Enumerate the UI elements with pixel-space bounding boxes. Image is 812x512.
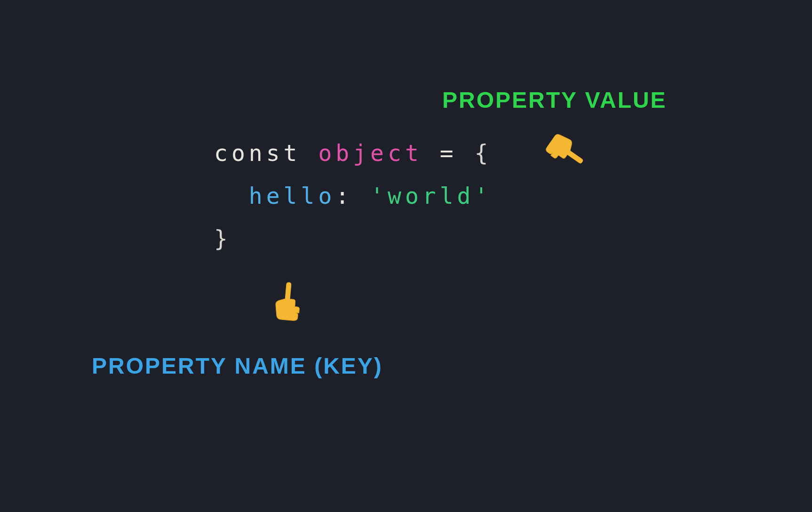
property-name-label: property name (key) xyxy=(92,353,383,379)
code-snippet: const object = { hello: 'world' } xyxy=(214,132,492,261)
property-string: 'world' xyxy=(370,183,492,209)
identifier-object: object xyxy=(318,140,422,166)
pointing-hand-up-icon xyxy=(266,279,308,332)
open-brace: { xyxy=(474,140,492,166)
property-key: hello xyxy=(249,183,336,209)
code-line-2: hello: 'world' xyxy=(214,175,492,217)
equals-sign: = xyxy=(422,140,475,166)
code-line-1: const object = { xyxy=(214,132,492,175)
indent xyxy=(214,183,249,209)
close-brace: } xyxy=(214,225,231,252)
colon: : xyxy=(335,183,370,209)
keyword-const: const xyxy=(214,140,318,166)
property-value-label: property value xyxy=(442,87,667,113)
code-line-3: } xyxy=(214,217,492,260)
pointing-hand-right-icon xyxy=(535,123,595,186)
